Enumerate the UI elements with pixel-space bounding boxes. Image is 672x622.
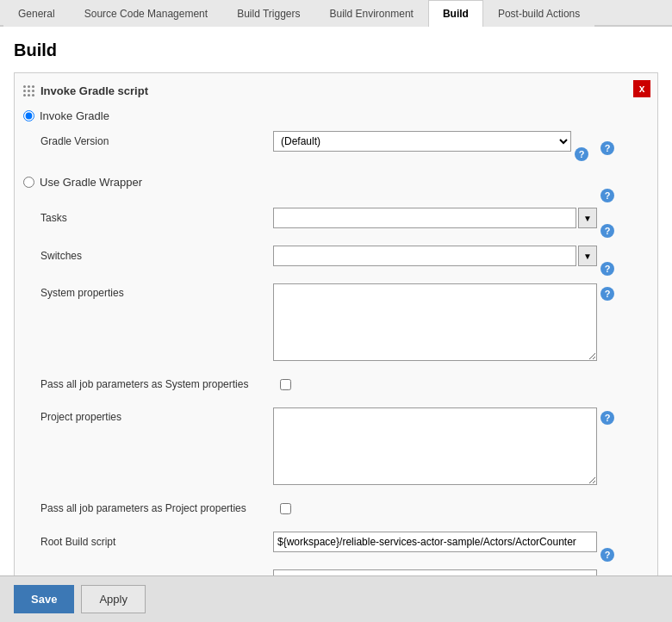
gradle-version-help-icon[interactable]: ?	[575, 147, 588, 161]
page-title: Build	[14, 40, 658, 60]
root-build-script-input[interactable]: ${workspace}/reliable-services-actor-sam…	[273, 532, 597, 552]
project-properties-help-icon[interactable]: ?	[600, 411, 614, 425]
root-build-script-help-icon[interactable]: ?	[600, 548, 614, 562]
tab-build-environment[interactable]: Build Environment	[315, 0, 428, 27]
bottom-bar: Save Apply	[0, 575, 672, 622]
project-properties-row: Project properties	[23, 407, 597, 485]
invoke-gradle-row: Invoke Gradle	[23, 109, 597, 122]
tab-post-build[interactable]: Post-build Actions	[483, 0, 594, 27]
project-properties-textarea[interactable]	[273, 407, 597, 485]
pass-system-props-label: Pass all job parameters as System proper…	[40, 378, 273, 390]
system-properties-textarea[interactable]	[273, 283, 597, 361]
close-button[interactable]: x	[633, 80, 650, 97]
pass-system-props-help-col	[597, 387, 623, 390]
tasks-help-col: ?	[597, 221, 623, 224]
system-properties-control	[273, 283, 597, 361]
tab-source-code[interactable]: Source Code Management	[70, 0, 222, 27]
use-gradle-wrapper-help-icon[interactable]: ?	[600, 189, 614, 202]
pass-project-props-row: Pass all job parameters as Project prope…	[23, 502, 597, 514]
root-build-script-control: ${workspace}/reliable-services-actor-sam…	[273, 532, 597, 552]
tabs-bar: General Source Code Management Build Tri…	[0, 0, 672, 27]
switches-row: Switches ▼	[23, 246, 597, 266]
gradle-version-help-col: ?	[571, 144, 597, 147]
system-properties-help-col: ?	[597, 283, 623, 287]
tasks-control: ▼	[273, 208, 597, 228]
tasks-dropdown-btn[interactable]: ▼	[578, 208, 597, 228]
switches-control: ▼	[273, 246, 597, 266]
pass-project-props-help-col	[597, 511, 623, 514]
use-gradle-wrapper-label: Use Gradle Wrapper	[40, 176, 142, 189]
drag-handle[interactable]	[23, 82, 34, 99]
switches-dropdown-btn[interactable]: ▼	[578, 246, 597, 266]
use-gradle-wrapper-radio[interactable]	[23, 177, 34, 188]
switches-input[interactable]	[273, 246, 576, 266]
project-properties-help-col: ?	[597, 407, 623, 411]
invoke-gradle-radio[interactable]	[23, 110, 34, 121]
gradle-version-control: (Default)	[273, 131, 571, 152]
pass-project-props-label: Pass all job parameters as Project prope…	[40, 502, 273, 514]
card-header: Invoke Gradle script	[23, 82, 623, 99]
switches-help-icon[interactable]: ?	[600, 262, 614, 276]
invoke-gradle-help-icon[interactable]: ?	[600, 141, 614, 155]
project-properties-control	[273, 407, 597, 485]
tab-build[interactable]: Build	[428, 0, 483, 27]
gradle-version-select[interactable]: (Default)	[273, 131, 571, 152]
tasks-input[interactable]	[273, 208, 576, 228]
tab-general[interactable]: General	[3, 0, 70, 27]
invoke-gradle-help-col: ?	[597, 138, 623, 141]
system-properties-label: System properties	[40, 283, 273, 299]
tab-build-triggers[interactable]: Build Triggers	[222, 0, 314, 27]
root-build-script-row: Root Build script ${workspace}/reliable-…	[23, 532, 597, 552]
invoke-gradle-card: Invoke Gradle script x Invoke Gradle Gra…	[14, 72, 658, 616]
system-properties-help-icon[interactable]: ?	[600, 287, 614, 301]
tasks-row: Tasks ▼	[23, 208, 597, 228]
pass-system-props-checkbox[interactable]	[280, 379, 291, 390]
pass-project-props-checkbox[interactable]	[280, 503, 291, 514]
invoke-gradle-label: Invoke Gradle	[40, 109, 109, 122]
switches-label: Switches	[40, 250, 273, 262]
card-title: Invoke Gradle script	[40, 84, 148, 97]
gradle-version-label: Gradle Version	[40, 135, 273, 147]
system-properties-row: System properties	[23, 283, 597, 361]
tasks-label: Tasks	[40, 212, 273, 224]
gradle-version-row: Gradle Version (Default)	[40, 131, 571, 152]
project-properties-label: Project properties	[40, 407, 273, 423]
use-gradle-wrapper-row: Use Gradle Wrapper	[23, 176, 597, 189]
root-build-script-help-col: ?	[597, 544, 623, 548]
save-button[interactable]: Save	[14, 585, 74, 613]
pass-system-props-row: Pass all job parameters as System proper…	[23, 378, 597, 390]
use-gradle-wrapper-help-col: ?	[597, 185, 623, 189]
apply-button[interactable]: Apply	[81, 585, 146, 613]
root-build-script-label: Root Build script	[40, 536, 273, 548]
switches-help-col: ?	[597, 258, 623, 262]
tasks-help-icon[interactable]: ?	[600, 224, 614, 238]
page-content: Build Invoke Gradle script x Invoke Grad…	[0, 27, 672, 616]
